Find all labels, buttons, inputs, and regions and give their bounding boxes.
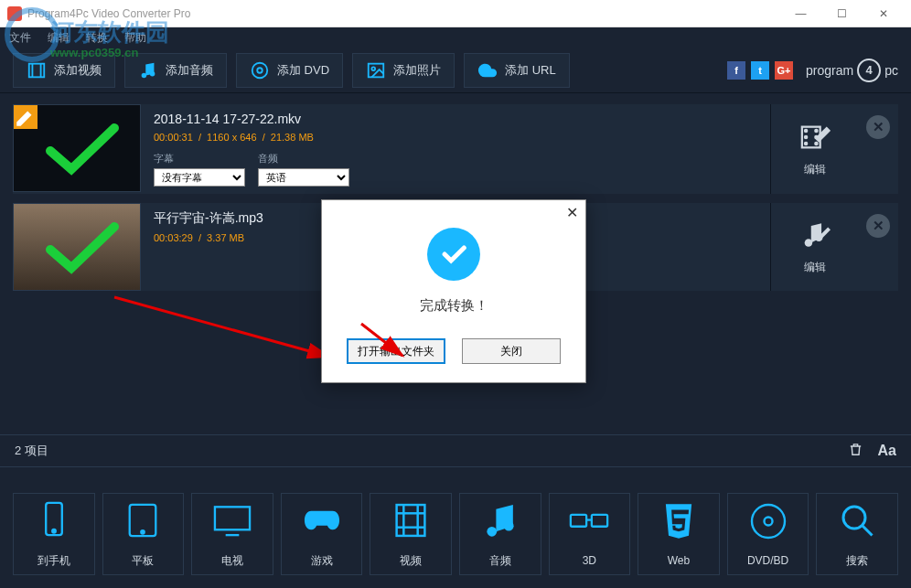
- file-info: 2018-11-14 17-27-22.mkv 00:00:31 / 1160 …: [141, 104, 770, 194]
- svg-point-6: [257, 68, 263, 73]
- dock-web[interactable]: Web: [638, 493, 720, 575]
- 3d-glasses-icon: [568, 501, 610, 545]
- audio-label: 音频: [258, 152, 349, 166]
- svg-point-4: [150, 70, 155, 76]
- disc-icon: [250, 60, 270, 80]
- dock-audio[interactable]: 音频: [459, 493, 541, 575]
- subtitle-label: 字幕: [154, 152, 245, 166]
- svg-point-36: [752, 505, 785, 538]
- html5-icon: [661, 501, 696, 545]
- edit-button[interactable]: 编辑: [770, 203, 858, 291]
- check-icon: [46, 123, 119, 178]
- subtitle-select[interactable]: 没有字幕: [154, 168, 245, 187]
- add-url-label: 添加 URL: [505, 62, 556, 79]
- text-size-icon[interactable]: Aa: [878, 443, 896, 459]
- dock-tv[interactable]: 电视: [191, 493, 273, 575]
- svg-point-31: [487, 526, 497, 536]
- output-format-dock: 到手机 平板 电视 游戏 视频 音频 3D Web DVD/BD 搜索: [0, 480, 911, 588]
- disc-icon: [749, 501, 788, 545]
- add-dvd-label: 添加 DVD: [277, 62, 329, 79]
- add-dvd-button[interactable]: 添加 DVD: [236, 53, 343, 88]
- check-icon: [46, 222, 119, 277]
- edit-button[interactable]: 编辑: [770, 104, 858, 194]
- add-url-button[interactable]: 添加 URL: [464, 53, 570, 88]
- success-check-icon: [427, 228, 480, 281]
- dock-3d[interactable]: 3D: [549, 493, 631, 575]
- app-icon: [7, 6, 22, 21]
- dock-phone[interactable]: 到手机: [13, 493, 95, 575]
- file-item: 2018-11-14 17-27-22.mkv 00:00:31 / 1160 …: [13, 104, 898, 194]
- open-output-folder-button[interactable]: 打开输出文件夹: [347, 338, 445, 364]
- add-photo-label: 添加照片: [393, 62, 441, 79]
- svg-point-38: [843, 507, 865, 529]
- menu-help[interactable]: 帮助: [124, 30, 146, 46]
- dock-video[interactable]: 视频: [370, 493, 452, 575]
- trash-icon[interactable]: [848, 442, 863, 461]
- maximize-button[interactable]: ☐: [821, 1, 863, 27]
- remove-item-area: ✕: [858, 203, 898, 291]
- svg-rect-33: [571, 515, 586, 527]
- svg-point-8: [371, 67, 375, 70]
- svg-rect-26: [397, 505, 425, 536]
- svg-point-3: [142, 72, 147, 78]
- dock-tablet[interactable]: 平板: [102, 493, 185, 575]
- film-icon: [27, 60, 47, 80]
- item-count: 2 项目: [15, 443, 48, 459]
- svg-point-23: [142, 530, 145, 533]
- toolbar-right: f t G+ program 4 pc: [727, 59, 898, 82]
- svg-point-10: [804, 129, 806, 131]
- cloud-icon: [477, 60, 498, 80]
- dock-search[interactable]: 搜索: [816, 493, 898, 575]
- remove-item-button[interactable]: ✕: [866, 115, 890, 139]
- svg-point-16: [804, 239, 812, 247]
- menu-file[interactable]: 文件: [9, 30, 31, 46]
- thumbnail[interactable]: [13, 104, 141, 192]
- menu-convert[interactable]: 转换: [86, 30, 108, 46]
- remove-item-button[interactable]: ✕: [866, 214, 890, 238]
- search-icon: [838, 500, 876, 544]
- music-icon: [138, 60, 158, 80]
- facebook-icon[interactable]: f: [727, 61, 745, 80]
- phone-icon: [38, 500, 70, 544]
- svg-rect-34: [592, 515, 607, 527]
- dock-dvd[interactable]: DVD/BD: [727, 493, 809, 575]
- edit-badge-icon: [14, 105, 38, 129]
- menubar: 文件 编辑 转换 帮助: [0, 27, 911, 48]
- file-name: 2018-11-14 17-27-22.mkv: [154, 112, 757, 126]
- svg-rect-24: [215, 507, 250, 529]
- thumbnail[interactable]: [13, 203, 141, 291]
- svg-point-15: [815, 142, 817, 144]
- close-window-button[interactable]: ✕: [863, 1, 904, 27]
- add-photo-button[interactable]: 添加照片: [352, 53, 455, 88]
- edit-label: 编辑: [804, 260, 826, 275]
- file-meta: 00:00:31 / 1160 x 646 / 21.38 MB: [154, 132, 757, 143]
- image-icon: [366, 60, 386, 80]
- gamepad-icon: [302, 500, 342, 544]
- dialog-message: 完成转换！: [340, 297, 567, 315]
- tablet-icon: [124, 500, 161, 544]
- minimize-button[interactable]: —: [780, 1, 821, 27]
- svg-rect-0: [29, 63, 45, 77]
- add-audio-label: 添加音频: [166, 62, 213, 79]
- statusbar: 2 项目 Aa: [0, 434, 911, 467]
- toolbar: 添加视频 添加音频 添加 DVD 添加照片 添加 URL f t G+ prog…: [0, 48, 911, 93]
- svg-point-21: [52, 529, 56, 532]
- add-audio-button[interactable]: 添加音频: [124, 53, 227, 88]
- music-note-icon: [482, 500, 519, 544]
- dock-game[interactable]: 游戏: [281, 493, 363, 575]
- svg-line-39: [863, 526, 873, 536]
- titlebar: Program4Pc Video Converter Pro — ☐ ✕: [0, 0, 911, 27]
- menu-edit[interactable]: 编辑: [48, 30, 70, 46]
- dialog-close-text-button[interactable]: 关闭: [462, 338, 561, 364]
- audio-select[interactable]: 英语: [258, 168, 349, 187]
- window-title: Program4Pc Video Converter Pro: [27, 7, 780, 20]
- svg-point-11: [804, 135, 806, 137]
- add-video-label: 添加视频: [54, 62, 102, 79]
- twitter-icon[interactable]: t: [751, 61, 769, 80]
- dialog-close-button[interactable]: ✕: [566, 204, 578, 221]
- google-plus-icon[interactable]: G+: [775, 61, 793, 80]
- svg-point-32: [504, 520, 514, 530]
- svg-point-12: [804, 142, 806, 144]
- film-icon: [392, 500, 429, 544]
- add-video-button[interactable]: 添加视频: [13, 53, 115, 88]
